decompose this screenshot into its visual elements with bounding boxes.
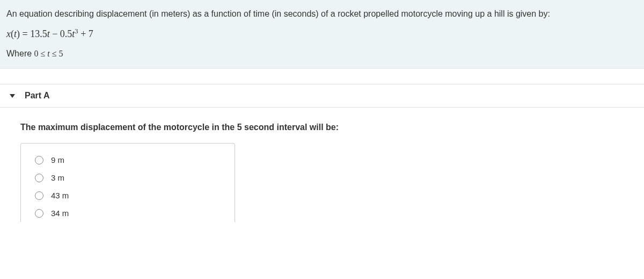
part-label: Part A: [25, 91, 50, 101]
domain-prefix: Where: [6, 49, 34, 58]
choice-row[interactable]: 43 m: [32, 187, 224, 204]
time-domain: Where 0 ≤ t ≤ 5: [6, 47, 638, 60]
answer-choices: 9 m 3 m 43 m 34 m: [20, 143, 235, 222]
domain-math: 0 ≤ t ≤ 5: [34, 49, 63, 58]
question-text: The maximum displacement of the motorcyc…: [20, 123, 624, 132]
choice-row[interactable]: 34 m: [32, 204, 224, 222]
choice-row[interactable]: 3 m: [32, 169, 224, 187]
choice-radio[interactable]: [35, 191, 43, 200]
problem-intro-text: An equation describing displacement (in …: [6, 8, 638, 20]
choice-radio[interactable]: [35, 156, 43, 164]
choice-label: 3 m: [51, 173, 64, 182]
choice-radio[interactable]: [35, 174, 43, 182]
displacement-equation: x(t) = 13.5t − 0.5t3 + 7: [6, 26, 638, 41]
choice-label: 9 m: [51, 155, 64, 164]
part-a-body: The maximum displacement of the motorcyc…: [0, 108, 644, 222]
part-a-section: Part A The maximum displacement of the m…: [0, 84, 644, 222]
choice-radio[interactable]: [35, 209, 43, 218]
choice-label: 43 m: [51, 191, 69, 200]
problem-statement: An equation describing displacement (in …: [0, 0, 644, 69]
choice-row[interactable]: 9 m: [32, 151, 224, 169]
choice-label: 34 m: [51, 209, 69, 218]
chevron-down-icon: [10, 94, 15, 98]
part-a-header[interactable]: Part A: [0, 84, 644, 108]
